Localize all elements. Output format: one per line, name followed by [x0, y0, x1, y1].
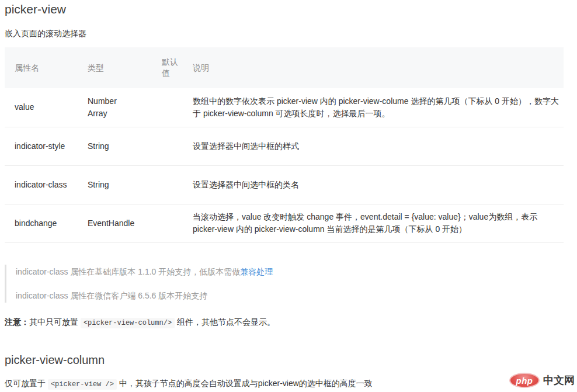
- notice-text-after-code: 组件，其他节点不会显示。: [175, 317, 275, 327]
- attr-name-cell: value: [5, 88, 78, 127]
- attr-name-cell: indicator-class: [5, 165, 78, 204]
- site-name-text: 中文网: [543, 373, 575, 387]
- picker-view-code: <picker-view />: [48, 379, 117, 390]
- section2-paragraph: 仅可放置于 <picker-view /> 中，其孩子节点的高度会自动设置成与p…: [5, 377, 572, 390]
- col-header-description: 说明: [183, 47, 564, 88]
- attr-default-cell: [152, 165, 183, 204]
- col-header-default: 默认值: [152, 47, 183, 88]
- table-row: bindchange EventHandle 当滚动选择，value 改变时触发…: [5, 204, 564, 242]
- compatibility-notes: indicator-class 属性在基础库版本 1.1.0 开始支持，低版本需…: [5, 265, 572, 303]
- table-row: value Number Array 数组中的数字依次表示 picker-vie…: [5, 88, 564, 127]
- attr-type-cell: EventHandle: [78, 204, 152, 242]
- note-base-library: indicator-class 属性在基础库版本 1.1.0 开始支持，低版本需…: [16, 267, 572, 276]
- attr-description-cell: 设置选择器中间选中框的样式: [183, 127, 564, 165]
- attributes-table: 属性名 类型 默认值 说明 value Number Array 数组中的数字依…: [5, 47, 564, 243]
- attr-name-cell: bindchange: [5, 204, 78, 242]
- col-header-type: 类型: [78, 47, 152, 88]
- section2-text-before-code: 仅可放置于: [5, 379, 48, 388]
- php-logo-icon: php: [509, 373, 540, 388]
- attributes-table-header: 属性名 类型 默认值 说明: [5, 47, 564, 88]
- note-text: indicator-class 属性在基础库版本 1.1.0 开始支持，低版本需…: [16, 267, 240, 276]
- notice-paragraph: 注意：其中只可放置 <picker-view-column/> 组件，其他节点不…: [5, 317, 572, 329]
- attr-type-cell: String: [78, 127, 152, 165]
- attr-description-cell: 数组中的数字依次表示 picker-view 内的 picker-view-co…: [183, 88, 564, 127]
- section2-text-after-code: 中，其孩子节点的高度会自动设置成与picker-view的选中框的高度一致: [117, 379, 373, 388]
- col-header-attr-name: 属性名: [5, 47, 78, 88]
- attr-default-cell: [152, 127, 183, 165]
- table-row: indicator-style String 设置选择器中间选中框的样式: [5, 127, 564, 165]
- page-subtitle: 嵌入页面的滚动选择器: [5, 27, 572, 39]
- attr-default-cell: [152, 88, 183, 127]
- picker-view-column-code: <picker-view-column/>: [81, 318, 175, 328]
- doc-page: picker-view 嵌入页面的滚动选择器 属性名 类型 默认值 说明 val…: [0, 0, 577, 392]
- attr-type-cell: Number Array: [78, 88, 152, 127]
- attr-default-cell: [152, 204, 183, 242]
- page-title: picker-view: [5, 0, 572, 17]
- attr-type-cell: String: [78, 165, 152, 204]
- compat-handling-link[interactable]: 兼容处理: [240, 267, 273, 276]
- attr-name-cell: indicator-style: [5, 127, 78, 165]
- notice-text-before-code: 其中只可放置: [29, 317, 81, 327]
- attr-description-cell: 设置选择器中间选中框的类名: [183, 165, 564, 204]
- notice-label: 注意：: [5, 317, 29, 327]
- table-row: indicator-class String 设置选择器中间选中框的类名: [5, 165, 564, 204]
- doc-content: picker-view 嵌入页面的滚动选择器 属性名 类型 默认值 说明 val…: [0, 0, 577, 390]
- attr-description-cell: 当滚动选择，value 改变时触发 change 事件，event.detail…: [183, 204, 564, 242]
- section-title-picker-view-column: picker-view-column: [5, 353, 572, 367]
- site-watermark: php 中文网: [509, 373, 575, 388]
- note-wechat-client: indicator-class 属性在微信客户端 6.5.6 版本开始支持: [16, 291, 572, 300]
